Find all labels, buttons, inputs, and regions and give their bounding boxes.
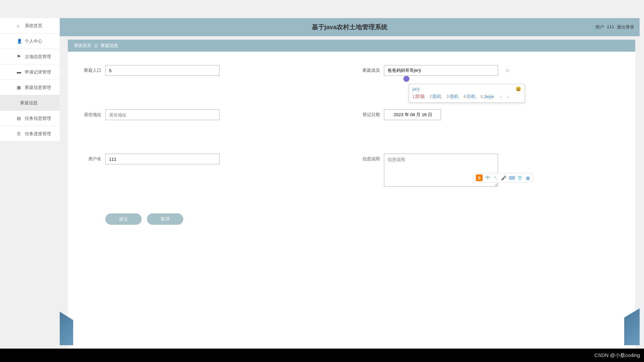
form-group-population: 家庭人口 [78, 65, 289, 76]
sidebar-item-task[interactable]: ▤ 任务信息管理 [0, 111, 60, 126]
ime-emoji-icon[interactable]: 😃 [515, 86, 521, 92]
sidebar-item-label: 任务进度管理 [25, 131, 51, 137]
ime-cursor-marker [403, 76, 409, 82]
form-group-address: 居住地址 [78, 109, 289, 120]
username-label: 用户名 [78, 154, 101, 162]
sidebar-item-family-info[interactable]: 家庭信息 [0, 95, 60, 111]
population-label: 家庭人口 [78, 65, 101, 73]
ime-skin-icon[interactable]: 👕 [517, 175, 523, 181]
main-content: 家庭人口 家庭成员 ⊘ 居住地址 登记日期 📅 用户名 [68, 52, 635, 362]
header-right: 用户 111 退出登录 [595, 24, 634, 30]
user-name[interactable]: 111 [607, 24, 614, 30]
address-label: 居住地址 [78, 109, 101, 118]
ime-next-icon[interactable]: › [507, 94, 509, 99]
form-actions: 提交 取消 [105, 213, 625, 225]
population-input[interactable] [105, 65, 219, 76]
watermark-text: CSDN @小蔡coding [594, 352, 640, 359]
watermark-bar [0, 349, 644, 362]
user-icon: 👤 [17, 39, 21, 44]
members-label: 家庭成员 [356, 65, 380, 73]
ime-keyboard-icon[interactable]: ⌨ [509, 175, 515, 181]
ime-candidate-2[interactable]: 2接机 [430, 94, 442, 100]
breadcrumb-home[interactable]: 系统首页 [74, 43, 91, 49]
ime-candidate-4[interactable]: 4街机 [463, 94, 476, 100]
sidebar-item-label: 申请记录管理 [25, 69, 51, 75]
ime-popup: jie'ji 😃 1阶级 2接机 3借机 4街机 5Jiejie ‹ › [409, 84, 525, 103]
form-group-date: 登记日期 📅 [356, 109, 441, 120]
form-group-members: 家庭成员 ⊘ [356, 65, 498, 76]
ime-lang-button[interactable]: 中 [485, 175, 491, 181]
sidebar-item-label: 个人中心 [25, 38, 42, 44]
ime-candidates: 1阶级 2接机 3借机 4街机 5Jiejie ‹ › [409, 92, 525, 102]
ime-toolbar: S 中 °, 🎤 ⌨ 👕 ▦ [474, 173, 533, 183]
sidebar-item-label: 家庭信息管理 [25, 85, 51, 91]
ime-candidate-3[interactable]: 3借机 [446, 94, 459, 100]
ime-prev-icon[interactable]: ‹ [500, 94, 501, 99]
logout-link[interactable]: 退出登录 [617, 24, 634, 30]
breadcrumb: 系统首页 ☰ 家庭信息 [68, 40, 635, 52]
sidebar-item-profile[interactable]: 👤 个人中心 [0, 34, 60, 49]
sidebar: ⌂ 系统首页 👤 个人中心 ⚑ 土地信息管理 ▬ 申请记录管理 ▦ 家庭信息管理… [0, 18, 60, 142]
sidebar-item-progress[interactable]: ☰ 任务进度管理 [0, 126, 60, 142]
sidebar-item-home[interactable]: ⌂ 系统首页 [0, 18, 60, 34]
flag-icon: ⚑ [17, 54, 21, 59]
sidebar-item-label: 土地信息管理 [25, 54, 51, 60]
sidebar-item-application[interactable]: ▬ 申请记录管理 [0, 64, 60, 80]
date-input[interactable] [384, 109, 441, 120]
ime-candidate-5[interactable]: 5Jiejie [481, 94, 494, 99]
ime-typed-text: jie'ji [412, 87, 419, 92]
submit-button[interactable]: 提交 [105, 213, 142, 225]
ime-candidate-1[interactable]: 1阶级 [412, 94, 425, 100]
sidebar-item-land[interactable]: ⚑ 土地信息管理 [0, 49, 60, 64]
username-input[interactable] [105, 154, 219, 164]
ime-punct-icon[interactable]: °, [493, 175, 499, 181]
ime-logo-icon[interactable]: S [476, 174, 483, 181]
user-label: 用户 [595, 24, 604, 30]
breadcrumb-separator: ☰ [94, 43, 98, 48]
clear-icon[interactable]: ⊘ [506, 68, 510, 73]
form-group-username: 用户名 [78, 154, 289, 187]
header-bar: 基于java农村土地管理系统 用户 111 退出登录 [60, 18, 640, 36]
briefcase-icon: ▬ [17, 70, 21, 74]
members-input[interactable] [384, 65, 498, 76]
sidebar-item-label: 家庭信息 [20, 100, 38, 106]
grid2-icon: ▤ [17, 116, 21, 121]
ime-tools-icon[interactable]: ▦ [525, 175, 531, 181]
sidebar-item-label: 任务信息管理 [25, 115, 51, 121]
home-icon: ⌂ [17, 23, 21, 28]
list-icon: ☰ [17, 132, 21, 136]
address-input[interactable] [105, 109, 219, 120]
date-label: 登记日期 [356, 109, 380, 118]
breadcrumb-current: 家庭信息 [101, 43, 118, 49]
ime-mic-icon[interactable]: 🎤 [501, 175, 507, 181]
cancel-button[interactable]: 取消 [147, 213, 183, 225]
grid-icon: ▦ [17, 85, 21, 90]
sidebar-item-label: 系统首页 [25, 23, 42, 29]
app-title: 基于java农村土地管理系统 [312, 23, 388, 32]
info-label: 信息说明 [356, 154, 380, 162]
sidebar-item-family-mgmt[interactable]: ▦ 家庭信息管理 [0, 80, 60, 95]
